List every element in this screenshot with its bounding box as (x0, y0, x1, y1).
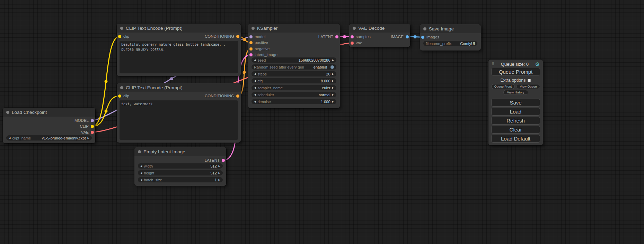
decrement-arrow-icon[interactable]: ◀ (254, 87, 256, 89)
queue-front-button[interactable]: Queue Front (491, 84, 515, 89)
increment-arrow-icon[interactable]: ▶ (88, 137, 89, 139)
widget-label: denoise (257, 100, 271, 104)
output-slot-conditioning: CONDITIONING (205, 34, 239, 39)
save-button[interactable]: Save (491, 99, 540, 107)
slot-dot-vae[interactable] (351, 42, 354, 45)
decrement-arrow-icon[interactable]: ◀ (140, 165, 142, 167)
collapse-dot-icon[interactable] (6, 111, 9, 114)
load-default-button[interactable]: Load Default (491, 135, 540, 143)
decrement-arrow-icon[interactable]: ◀ (254, 59, 256, 61)
queue-panel[interactable]: ⠿ Queue size: 0 ⚙ Queue Prompt Extra opt… (488, 60, 543, 145)
collapse-dot-icon[interactable] (120, 86, 123, 89)
collapse-dot-icon[interactable] (120, 27, 123, 30)
toggle-knob-icon[interactable] (330, 65, 334, 69)
slot-label: samples (356, 35, 371, 39)
output-slot-latent: LATENT (318, 34, 338, 39)
decrement-arrow-icon[interactable]: ◀ (254, 73, 256, 75)
widget-height[interactable]: ◀ height 512 ▶ (138, 170, 223, 175)
node-graph-canvas[interactable]: { "colors": { "model": "#B39DDB", "clip"… (0, 0, 644, 244)
slot-label: model (255, 35, 265, 39)
widget-control-after-generate[interactable]: Random seed after every gen enabled (252, 64, 336, 70)
drag-handle-icon[interactable]: ⠿ (492, 62, 494, 66)
collapse-dot-icon[interactable] (138, 150, 141, 153)
slot-label: VAE (81, 130, 89, 134)
slot-dot-clip[interactable] (91, 125, 94, 128)
node-title-bar[interactable]: CLIP Text Encode (Prompt) (117, 83, 241, 92)
node-title-bar[interactable]: VAE Decode (349, 24, 410, 33)
clear-button[interactable]: Clear (491, 126, 540, 134)
node-empty-latent-image[interactable]: Empty Latent Image LATENT ◀ width 512 ▶ … (134, 147, 226, 186)
slot-dot-model[interactable] (91, 119, 94, 122)
increment-arrow-icon[interactable]: ▶ (332, 87, 334, 89)
link-midpoint-dot (343, 35, 346, 38)
widget-label: Random seed after every gen (254, 65, 304, 69)
increment-arrow-icon[interactable]: ▶ (219, 179, 220, 181)
increment-arrow-icon[interactable]: ▶ (219, 172, 220, 174)
slot-dot-model[interactable] (249, 35, 253, 38)
prompt-textarea[interactable]: beautiful scenery nature glass bottle la… (120, 41, 238, 73)
slot-dot-latent[interactable] (335, 35, 338, 38)
refresh-button[interactable]: Refresh (491, 117, 540, 125)
node-clip-text-encode-positive[interactable]: CLIP Text Encode (Prompt) clip CONDITION… (117, 24, 241, 76)
widget-label: steps (257, 72, 266, 76)
widget-denoise[interactable]: ◀ denoise 1.000 ▶ (252, 99, 336, 104)
input-slot-vae: vae (351, 40, 362, 46)
slot-dot-latent[interactable] (351, 35, 354, 38)
node-title-bar[interactable]: KSampler (248, 24, 340, 33)
extra-options-checkbox[interactable] (528, 79, 531, 82)
load-button[interactable]: Load (491, 108, 540, 116)
node-title-bar[interactable]: Load Checkpoint (3, 108, 95, 117)
node-title: VAE Decode (358, 26, 385, 31)
queue-small-buttons-row: Queue Front View Queue (491, 84, 540, 89)
slot-dot-latent[interactable] (222, 159, 225, 162)
decrement-arrow-icon[interactable]: ◀ (254, 93, 256, 96)
widget-filename-prefix[interactable]: filename_prefix ComfyUI (423, 41, 477, 46)
slot-dot-conditioning[interactable] (236, 35, 239, 38)
widget-sampler-name[interactable]: ◀ sampler_name euler ▶ (252, 85, 336, 90)
node-vae-decode[interactable]: VAE Decode samples vae IMAGE (349, 24, 410, 47)
decrement-arrow-icon[interactable]: ◀ (254, 80, 256, 82)
node-title-bar[interactable]: CLIP Text Encode (Prompt) (117, 24, 241, 33)
widget-batch-size[interactable]: ◀ batch_size 1 ▶ (138, 177, 223, 182)
increment-arrow-icon[interactable]: ▶ (332, 59, 334, 61)
node-ksampler[interactable]: KSampler model positive negative latent_… (248, 24, 340, 108)
widget-ckpt-name[interactable]: ◀ ckpt_name v1-5-pruned-emaonly.ckpt ▶ (6, 135, 92, 141)
slot-dot-image[interactable] (421, 36, 424, 39)
queue-prompt-button[interactable]: Queue Prompt (491, 68, 540, 76)
collapse-dot-icon[interactable] (353, 27, 356, 30)
decrement-arrow-icon[interactable]: ◀ (140, 172, 142, 174)
slot-dot-conditioning[interactable] (236, 94, 239, 98)
settings-gear-icon[interactable]: ⚙ (535, 62, 540, 67)
decrement-arrow-icon[interactable]: ◀ (254, 100, 256, 103)
view-history-button[interactable]: View History (503, 90, 528, 95)
slot-dot-image[interactable] (406, 35, 409, 38)
view-queue-button[interactable]: View Queue (517, 84, 540, 89)
node-save-image[interactable]: Save Image images filename_prefix ComfyU… (420, 24, 481, 51)
increment-arrow-icon[interactable]: ▶ (332, 93, 334, 96)
slot-dot-clip[interactable] (118, 35, 121, 38)
slot-dot-conditioning[interactable] (249, 41, 253, 44)
widget-scheduler[interactable]: ◀ scheduler normal ▶ (252, 92, 336, 97)
node-title-bar[interactable]: Save Image (420, 24, 481, 33)
increment-arrow-icon[interactable]: ▶ (219, 165, 220, 167)
widget-value: ComfyUI (460, 42, 475, 46)
widget-seed[interactable]: ◀ seed 156680208700286 ▶ (252, 57, 336, 63)
slot-dot-latent[interactable] (249, 53, 253, 56)
slot-dot-vae[interactable] (91, 131, 94, 134)
decrement-arrow-icon[interactable]: ◀ (140, 179, 142, 181)
widget-width[interactable]: ◀ width 512 ▶ (138, 163, 223, 169)
increment-arrow-icon[interactable]: ▶ (332, 100, 334, 103)
node-load-checkpoint[interactable]: Load Checkpoint MODEL CLIP VAE ◀ ckpt_na… (3, 108, 95, 143)
collapse-dot-icon[interactable] (423, 27, 426, 30)
slot-dot-conditioning[interactable] (249, 47, 253, 51)
node-title-bar[interactable]: Empty Latent Image (134, 147, 226, 156)
slot-dot-clip[interactable] (118, 94, 121, 98)
prompt-textarea[interactable]: text, watermark (120, 100, 238, 140)
node-clip-text-encode-negative[interactable]: CLIP Text Encode (Prompt) clip CONDITION… (117, 83, 241, 143)
increment-arrow-icon[interactable]: ▶ (332, 73, 334, 75)
widget-steps[interactable]: ◀ steps 20 ▶ (252, 71, 336, 76)
increment-arrow-icon[interactable]: ▶ (332, 80, 334, 82)
collapse-dot-icon[interactable] (252, 27, 255, 30)
decrement-arrow-icon[interactable]: ◀ (9, 137, 10, 139)
widget-cfg[interactable]: ◀ cfg 8.000 ▶ (252, 78, 336, 83)
